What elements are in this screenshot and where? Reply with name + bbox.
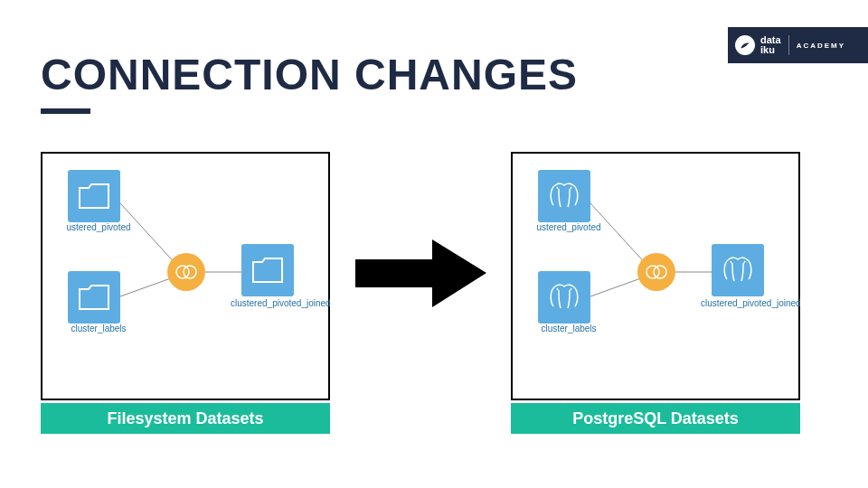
arrow-icon: [355, 239, 486, 307]
node-bottom-left: [68, 271, 120, 324]
svg-point-8: [558, 189, 560, 191]
title-underline: [41, 108, 90, 114]
join-icon: [174, 263, 199, 281]
join-node-right: [637, 253, 675, 291]
folder-icon: [78, 284, 110, 311]
svg-point-3: [176, 266, 189, 278]
logo-academy-text: ACADEMY: [797, 42, 845, 50]
node-right-right: [712, 244, 764, 296]
svg-line-5: [590, 203, 648, 267]
logo-divider: [788, 35, 789, 55]
node-right-left: [241, 244, 294, 296]
join-icon: [644, 263, 669, 281]
label-bottom-right: cluster_labels: [533, 324, 605, 333]
svg-point-10: [558, 290, 560, 292]
diagram-left: ustered_pivoted cluster_labels clustered…: [41, 152, 330, 400]
label-top-left: ustered_pivoted: [62, 222, 135, 232]
label-bottom-left: cluster_labels: [62, 324, 135, 333]
folder-icon: [78, 183, 110, 210]
svg-point-14: [731, 263, 733, 265]
logo-bird-icon: [735, 35, 755, 55]
node-bottom-right: [538, 271, 590, 324]
svg-point-15: [742, 263, 744, 265]
svg-point-11: [569, 290, 571, 292]
caption-right: PostgreSQL Datasets: [511, 403, 800, 434]
postgres-icon: [546, 178, 582, 214]
logo-text-main: data iku: [760, 35, 781, 55]
postgres-icon: [546, 279, 582, 315]
logo-badge: data iku ACADEMY: [728, 27, 868, 63]
svg-point-4: [184, 266, 196, 278]
label-right-left: clustered_pivoted_joined: [231, 298, 307, 308]
svg-point-12: [646, 266, 659, 278]
join-node-left: [167, 253, 205, 291]
caption-left: Filesystem Datasets: [41, 403, 330, 434]
svg-point-13: [654, 266, 666, 278]
page-title: CONNECTION CHANGES: [41, 50, 578, 99]
node-top-right: [538, 170, 590, 222]
postgres-icon: [720, 252, 756, 288]
label-top-right: ustered_pivoted: [533, 222, 605, 232]
label-right-right: clustered_pivoted_joined: [701, 298, 777, 308]
folder-icon: [251, 257, 284, 284]
svg-line-0: [120, 203, 178, 267]
node-top-left: [68, 170, 120, 222]
svg-point-9: [569, 189, 571, 191]
diagram-right: ustered_pivoted cluster_labels clustered…: [511, 152, 800, 400]
